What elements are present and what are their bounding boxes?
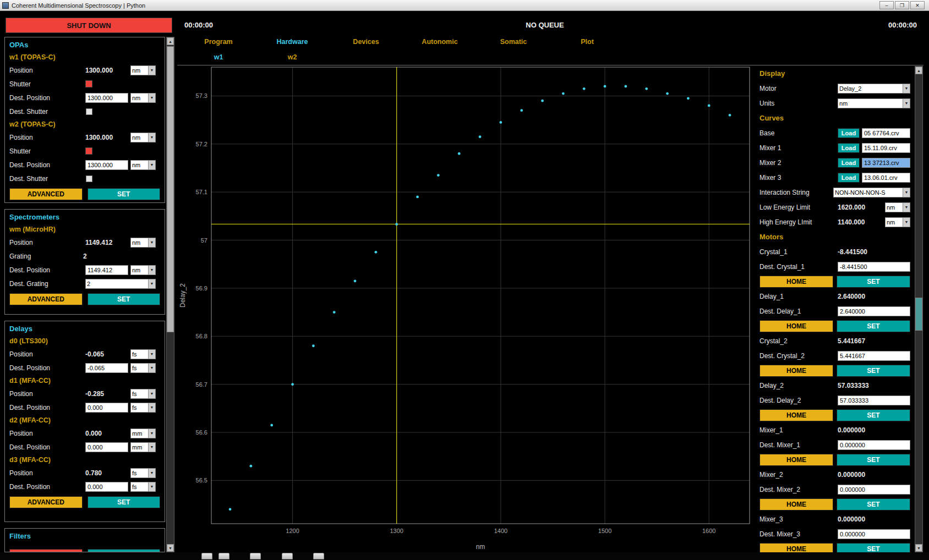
interaction-string-combo[interactable]: NON-NON-NON-S▼ [833,188,910,197]
units-combo[interactable]: nm▼ [130,65,156,75]
scroll-up-icon[interactable]: ▲ [167,37,174,45]
motor-dest-input[interactable] [838,351,910,361]
dest-grating-combo[interactable]: 2▼ [85,279,156,289]
units-combo[interactable]: fs▼ [130,389,156,399]
tab-devices[interactable]: Devices [329,36,403,48]
spectrometers-set-button[interactable]: SET [88,293,161,305]
units-combo[interactable]: mm▼ [130,429,156,438]
set-button[interactable]: SET [837,365,910,377]
scroll-up-icon[interactable]: ▲ [915,67,922,74]
subtab-w1[interactable]: w1 [182,52,255,63]
units-combo[interactable]: nm▼ [130,238,156,248]
taskbar-icon[interactable] [282,553,293,559]
delays-set-button[interactable]: SET [88,496,161,508]
units-combo[interactable]: fs▼ [130,363,156,373]
maximize-button[interactable]: ❐ [895,1,909,9]
curve-file-input[interactable] [862,128,910,138]
home-button[interactable]: HOME [759,365,833,377]
motor-dest-input[interactable] [838,262,910,272]
units-combo[interactable]: mm▼ [130,442,156,452]
load-button[interactable]: Load [838,158,860,168]
units-combo[interactable]: nm▼ [130,160,156,170]
curve-file-input[interactable] [862,143,910,153]
home-button[interactable]: HOME [759,543,833,553]
set-button[interactable]: SET [837,409,910,421]
sidebar-scrollbar[interactable]: ▲ ▼ [166,37,174,552]
dest-shutter-checkbox[interactable] [86,175,92,182]
minimize-button[interactable]: – [879,1,894,9]
dest-position-input[interactable] [85,160,128,170]
tab-program[interactable]: Program [182,36,255,48]
display-title: Display [757,66,912,81]
units-combo[interactable]: fs▼ [130,349,156,359]
home-button[interactable]: HOME [759,409,833,421]
motor-dest-label: Dest. Crystal_1 [759,263,838,271]
tuning-curve-plot[interactable]: 1200130014001500160056.556.656.756.856.9… [177,66,755,552]
tab-plot[interactable]: Plot [550,36,624,48]
units-combo[interactable]: nm▼ [130,265,156,275]
taskbar-icon[interactable] [250,553,261,559]
subtab-w2[interactable]: w2 [255,52,329,63]
motor-dest-input[interactable] [838,485,910,495]
load-button[interactable]: Load [838,128,860,138]
home-button[interactable]: HOME [759,498,833,510]
dest-shutter-checkbox[interactable] [86,108,92,115]
scrollbar-thumb[interactable] [915,298,922,331]
motor-value: 0.000000 [838,426,910,434]
units-combo[interactable]: fs▼ [130,482,156,492]
home-button[interactable]: HOME [759,320,833,332]
shutter-label: Shutter [9,80,85,88]
motor-dest-input[interactable] [838,529,910,539]
dest-position-input[interactable] [85,93,128,103]
set-button[interactable]: SET [837,498,910,510]
motor-name: Delay_2 [759,382,838,389]
panel-scrollbar[interactable]: ▲ ▼ [915,66,923,552]
units-combo[interactable]: nm▼ [130,133,156,142]
tab-somatic[interactable]: Somatic [477,36,550,48]
opas-advanced-button[interactable]: ADVANCED [9,188,83,200]
curve-file-input[interactable] [862,158,910,168]
motor-combo[interactable]: Delay_2▼ [838,84,910,94]
load-button[interactable]: Load [838,143,860,153]
dest-position-input[interactable] [85,363,128,373]
home-button[interactable]: HOME [759,276,833,288]
units-combo[interactable]: fs▼ [130,403,156,413]
tab-autonomic[interactable]: Autonomic [403,36,477,48]
dest-position-input[interactable] [85,442,128,452]
units-combo[interactable]: nm▼ [885,217,910,227]
units-combo[interactable]: nm▼ [838,98,910,108]
home-button[interactable]: HOME [759,454,833,466]
tab-hardware[interactable]: Hardware [255,36,329,48]
scroll-down-icon[interactable]: ▼ [915,544,922,552]
scrollbar-thumb[interactable] [167,46,174,332]
units-combo[interactable]: nm▼ [885,202,910,212]
close-button[interactable]: ✕ [910,1,925,9]
taskbar-icon[interactable] [201,553,212,559]
units-combo[interactable]: nm▼ [130,93,156,103]
motor-name-row: Mixer_10.000000 [757,422,912,437]
spectrometers-advanced-button[interactable]: ADVANCED [9,293,83,305]
motor-dest-input[interactable] [838,396,910,405]
motor-dest-input[interactable] [838,440,910,450]
delays-advanced-button[interactable]: ADVANCED [9,496,83,508]
set-button[interactable]: SET [837,320,910,332]
taskbar-icon[interactable] [218,553,229,559]
scroll-down-icon[interactable]: ▼ [167,544,174,552]
position-value: 1149.412 [85,239,128,246]
motor-dest-input[interactable] [838,306,910,316]
plot-canvas[interactable]: 1200130014001500160056.556.656.756.856.9… [177,66,755,552]
dest-position-input[interactable] [85,403,128,413]
curve-file-input[interactable] [862,173,910,183]
units-combo[interactable]: fs▼ [130,468,156,478]
delays-panel: Delays d0 (LTS300) Position -0.065 fs▼ D… [4,321,165,522]
load-button[interactable]: Load [838,173,860,183]
dest-position-input[interactable] [85,265,128,275]
taskbar-icon[interactable] [313,553,324,559]
set-button[interactable]: SET [837,454,910,466]
set-button[interactable]: SET [837,543,910,553]
chevron-down-icon: ▼ [148,403,155,412]
opas-set-button[interactable]: SET [88,188,161,200]
shut-down-button[interactable]: SHUT DOWN [6,18,172,33]
dest-position-input[interactable] [85,482,128,492]
set-button[interactable]: SET [837,276,910,288]
